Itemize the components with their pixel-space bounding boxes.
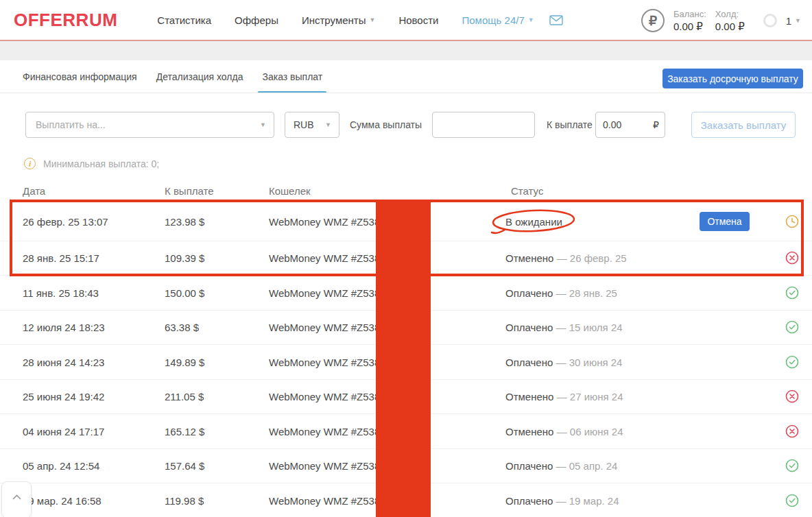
col-header-wallet: Кошелек — [269, 185, 311, 197]
nav-offers[interactable]: Офферы — [235, 14, 278, 26]
balance-block: Баланс: 0.00 ₽ — [673, 9, 706, 33]
order-payout-button[interactable]: Заказать выплату — [691, 112, 796, 138]
row-wallet: WebMoney WMZ #Z5385 — [269, 287, 386, 298]
status-text: Оплачено — [505, 356, 553, 368]
payout-destination-select[interactable]: Выплатить на... ▼ — [25, 112, 274, 138]
redaction-bar — [376, 200, 431, 517]
status-date: — 05 апр. 24 — [556, 460, 618, 472]
status-cancelled-icon — [785, 424, 799, 438]
status-date: — 06 июня 24 — [557, 425, 623, 437]
status-cancelled-icon — [785, 389, 799, 403]
status-cancelled-icon — [785, 251, 799, 265]
status-text: Оплачено — [505, 460, 553, 472]
main-nav: Статистика Офферы Инструменты ▼ Новости … — [157, 14, 562, 26]
tab-bar: Финансовая информация Детализация холда … — [23, 71, 322, 93]
status-date: — 19 мар. 24 — [556, 494, 619, 506]
payout-destination-placeholder: Выплатить на... — [36, 119, 106, 130]
status-date: — 30 июня 24 — [556, 356, 623, 368]
cancel-payout-button[interactable]: Отмена — [700, 212, 750, 231]
row-wallet: WebMoney WMZ #Z5385 — [269, 425, 386, 437]
status-date: — 28 янв. 25 — [556, 287, 617, 298]
tab-order-payouts[interactable]: Заказ выплат — [262, 71, 322, 93]
status-clock-icon — [785, 215, 799, 228]
chevron-down-icon: ▼ — [528, 17, 534, 23]
chevron-down-icon: ▼ — [369, 17, 375, 23]
row-amount: 157.64 $ — [165, 460, 204, 472]
nav-news[interactable]: Новости — [398, 14, 438, 26]
row-status: Отменено — 26 февр. 25 — [505, 252, 627, 264]
status-text: Отменено — [505, 252, 553, 264]
tab-financial-info[interactable]: Финансовая информация — [23, 71, 137, 93]
row-amount: 123.98 $ — [165, 216, 204, 228]
status-text: Оплачено — [505, 494, 553, 506]
row-date: 12 июля 24 18:23 — [23, 322, 105, 333]
status-paid-icon — [785, 355, 799, 369]
chevron-down-icon: ▼ — [325, 122, 331, 128]
row-amount: 119.98 $ — [165, 494, 204, 506]
user-menu[interactable]: 1 ▼ — [786, 15, 801, 27]
top-header: OFFERRUM Статистика Офферы Инструменты ▼… — [0, 0, 812, 41]
status-text: В ожидании — [505, 216, 562, 228]
min-payout-note: i Минимальная выплата: 0; — [24, 158, 159, 169]
logo[interactable]: OFFERRUM — [14, 10, 117, 31]
row-amount: 211.05 $ — [165, 391, 204, 402]
status-text: Отменено — [505, 391, 553, 402]
row-status: Отменено — 27 июня 24 — [505, 391, 623, 402]
balance-value: 0.00 ₽ — [673, 21, 706, 33]
row-date: 11 янв. 25 18:43 — [23, 287, 99, 298]
status-paid-icon — [785, 494, 799, 507]
avatar[interactable] — [763, 14, 777, 27]
col-header-date: Дата — [23, 185, 45, 197]
nav-offers-label: Офферы — [235, 14, 278, 26]
nav-help[interactable]: Помощь 24/7 ▼ — [462, 14, 534, 26]
ruble-icon: ₽ — [641, 9, 665, 32]
scroll-to-top-button[interactable] — [1, 481, 32, 517]
row-amount: 63.38 $ — [165, 322, 199, 333]
currency-value: RUB — [294, 119, 314, 130]
row-amount: 150.00 $ — [165, 287, 204, 298]
hold-label: Холд: — [715, 9, 745, 19]
tab-hold-details[interactable]: Детализация холда — [156, 71, 243, 93]
nav-tools[interactable]: Инструменты ▼ — [302, 14, 375, 26]
row-wallet: WebMoney WMZ #Z5385 — [269, 252, 386, 264]
row-date: 28 июня 24 14:23 — [23, 356, 104, 368]
row-amount: 149.89 $ — [165, 356, 204, 368]
currency-select[interactable]: RUB ▼ — [285, 112, 339, 138]
status-paid-icon — [785, 459, 799, 472]
status-text: Отменено — [505, 425, 553, 437]
nav-statistics[interactable]: Статистика — [157, 14, 211, 26]
status-text: Оплачено — [505, 287, 553, 298]
row-wallet: WebMoney WMZ #Z5385 — [269, 460, 386, 472]
row-wallet: WebMoney WMZ #Z5385 — [269, 322, 386, 333]
mail-icon[interactable] — [549, 15, 563, 25]
row-status: В ожидании — [505, 216, 562, 228]
nav-tools-label: Инструменты — [302, 14, 366, 26]
nav-news-label: Новости — [398, 14, 438, 26]
early-payout-button[interactable]: Заказать досрочную выплату — [662, 69, 803, 88]
ruble-suffix: ₽ — [653, 119, 659, 130]
balance-label: Баланс: — [673, 9, 706, 19]
row-wallet: WebMoney WMZ #Z5385 — [269, 216, 386, 228]
row-status: Оплачено — 28 янв. 25 — [505, 287, 617, 298]
row-status: Оплачено — 30 июня 24 — [505, 356, 622, 368]
header-right: ₽ Баланс: 0.00 ₽ Холд: 0.00 ₽ 1 ▼ — [641, 0, 801, 41]
min-payout-text: Минимальная выплата: 0; — [43, 158, 159, 169]
hold-block: Холд: 0.00 ₽ — [715, 9, 745, 33]
payout-filter-row: Выплатить на... ▼ RUB ▼ Сумма выплаты К … — [0, 112, 812, 138]
status-date: — 27 июня 24 — [557, 391, 623, 402]
chevron-down-icon: ▼ — [795, 18, 801, 24]
user-count: 1 — [786, 15, 791, 27]
row-date: 28 янв. 25 15:17 — [23, 252, 99, 264]
nav-statistics-label: Статистика — [157, 14, 211, 26]
col-header-amount: К выплате — [165, 185, 214, 197]
row-status: Оплачено — 19 мар. 24 — [505, 494, 619, 506]
row-date: 04 июня 24 17:17 — [23, 425, 104, 437]
tab-bar-divider — [0, 93, 812, 93]
table-header-row: Дата К выплате Кошелек Статус — [0, 185, 812, 199]
row-amount: 165.12 $ — [165, 425, 204, 437]
row-wallet: WebMoney WMZ #Z5385 — [269, 391, 386, 402]
nav-help-label: Помощь 24/7 — [462, 14, 524, 26]
status-paid-icon — [785, 286, 799, 300]
amount-input[interactable] — [432, 112, 535, 138]
row-date: 19 мар. 24 16:58 — [23, 494, 102, 506]
